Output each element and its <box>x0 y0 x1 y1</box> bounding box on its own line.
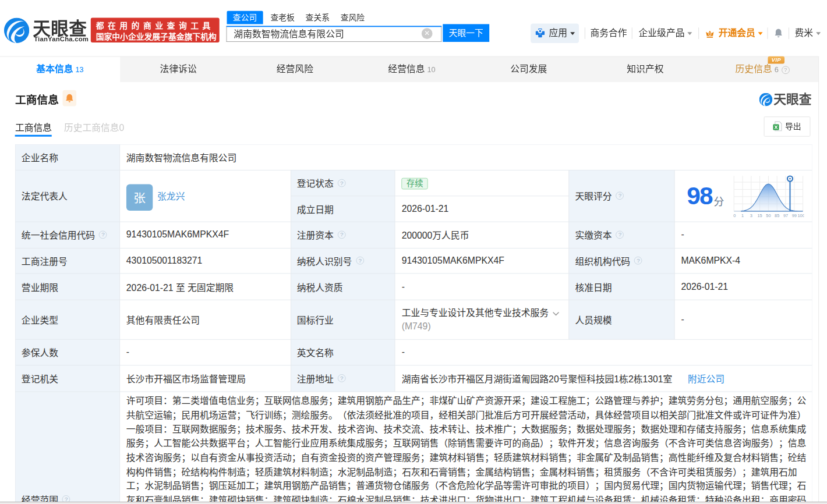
svg-text:3: 3 <box>750 213 752 218</box>
svg-text:97: 97 <box>783 213 788 218</box>
svg-text:15: 15 <box>757 213 762 218</box>
svg-text:99: 99 <box>791 213 796 218</box>
svg-text:100: 100 <box>797 213 804 218</box>
svg-text:1: 1 <box>741 213 744 218</box>
svg-text:85: 85 <box>775 213 779 218</box>
svg-text:50: 50 <box>766 213 771 218</box>
svg-text:0: 0 <box>733 213 736 218</box>
